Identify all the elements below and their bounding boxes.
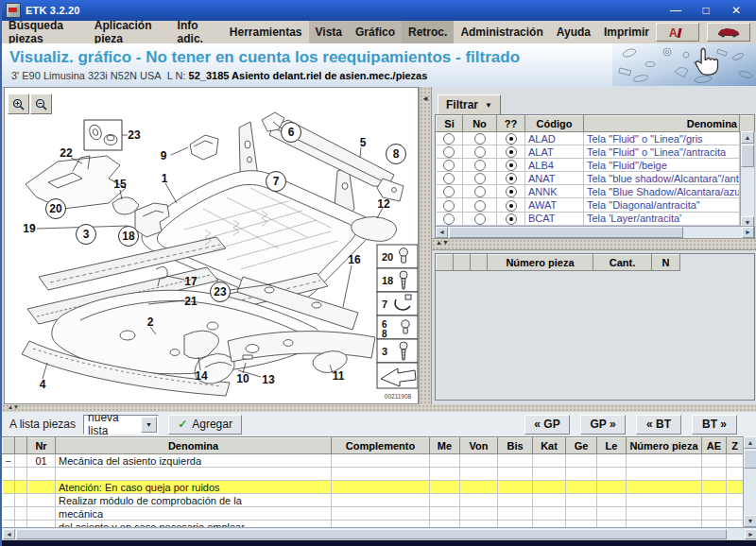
bt-col-von[interactable]: Von xyxy=(460,438,498,454)
parts-col-numero[interactable]: Número pieza xyxy=(488,255,593,271)
radio-unknown[interactable] xyxy=(506,133,517,145)
radio-si[interactable] xyxy=(443,133,455,145)
parts-col-cant[interactable]: Cant. xyxy=(593,255,652,271)
prev-bt-button[interactable]: « BT xyxy=(636,415,681,435)
parts-col-n[interactable]: N xyxy=(652,255,680,271)
menu-ayuda[interactable]: Ayuda xyxy=(550,21,597,43)
bt-col-z[interactable]: Z xyxy=(727,438,744,454)
menu-info-adic[interactable]: Info adic. xyxy=(171,21,223,43)
bottom-table-row[interactable]: Realizar módulo de comprobación de la xyxy=(3,494,744,507)
radio-unknown[interactable] xyxy=(506,173,517,184)
bt-col-kat[interactable]: Kat xyxy=(533,438,566,454)
radio-no[interactable] xyxy=(474,133,486,145)
filter-row[interactable]: BCATTela 'Layer/antracita' xyxy=(437,212,755,225)
bottom-hscroll-thumb[interactable] xyxy=(16,529,727,539)
radio-si[interactable] xyxy=(443,160,455,171)
menu-vista[interactable]: Vista xyxy=(309,21,349,43)
scroll-right-icon[interactable]: ► xyxy=(742,227,754,238)
menu-imprimir[interactable]: Imprimir xyxy=(597,21,656,43)
scroll-left-icon[interactable]: ◄ xyxy=(436,227,448,238)
bottom-vscroll-thumb[interactable] xyxy=(744,450,756,469)
filtrar-button[interactable]: Filtrar ▼ xyxy=(438,94,501,115)
bottom-hscrollbar[interactable]: ◄ ► xyxy=(2,527,756,539)
bt-col-denomina[interactable]: Denomina xyxy=(56,438,332,454)
col-unknown[interactable]: ?? xyxy=(497,116,525,132)
col-si[interactable]: Si xyxy=(437,116,463,132)
close-button[interactable]: ✕ xyxy=(728,4,745,17)
radio-unknown[interactable] xyxy=(506,200,517,212)
bt-col-complemento[interactable]: Complemento xyxy=(332,438,430,454)
splitter-arrows-icon[interactable]: ▲▼ xyxy=(436,239,449,246)
radio-si[interactable] xyxy=(443,200,455,212)
radio-no[interactable] xyxy=(474,186,486,197)
bt-col-ge[interactable]: Ge xyxy=(566,438,597,454)
menu-busqueda-piezas[interactable]: Búsqueda piezas xyxy=(2,21,88,43)
bt-col-nr[interactable]: Nr xyxy=(27,438,56,454)
selected-parts-table: Número pieza Cant. N xyxy=(435,253,755,401)
radio-si[interactable] xyxy=(443,173,455,184)
bt-col-le[interactable]: Le xyxy=(597,438,627,454)
bottom-table-row[interactable]: Atención: En caso queja por ruidos xyxy=(3,481,744,494)
bt-col-ae[interactable]: AE xyxy=(702,438,727,454)
splitter-arrows-icon[interactable]: ▲▼ xyxy=(8,404,19,410)
radio-no[interactable] xyxy=(474,213,486,225)
agregar-button[interactable]: ✓ Agregar xyxy=(168,415,242,435)
zoom-in-button[interactable] xyxy=(8,94,29,114)
bt-col-me[interactable]: Me xyxy=(430,438,460,454)
scroll-down-icon[interactable]: ▼ xyxy=(744,515,756,527)
list-select[interactable]: nueva lista ▼ xyxy=(83,415,159,435)
filter-table-body: ALADTela "Fluid" o "Linea"/grisALATTela … xyxy=(437,132,755,226)
radio-si[interactable] xyxy=(443,146,455,158)
next-gp-button[interactable]: GP » xyxy=(580,415,626,435)
parts-info-a-button[interactable]: A xyxy=(656,23,699,42)
bt-col-bis[interactable]: Bis xyxy=(498,438,533,454)
scroll-left-icon[interactable]: ◄ xyxy=(3,529,15,539)
splitter-collapse-icon[interactable]: ◄ xyxy=(421,94,429,103)
filter-row[interactable]: ALADTela "Fluid" o "Linea"/gris xyxy=(437,132,755,145)
filter-row[interactable]: ANNKTela "Blue Shadow/Alcantara/azul a xyxy=(437,185,755,198)
filter-hscroll-thumb[interactable] xyxy=(449,227,683,238)
radio-no[interactable] xyxy=(474,160,486,171)
scroll-right-icon[interactable]: ► xyxy=(745,529,756,539)
zoom-out-button[interactable] xyxy=(30,94,52,114)
vertical-splitter[interactable]: ◄ xyxy=(419,87,432,404)
radio-si[interactable] xyxy=(443,213,455,225)
prev-gp-button[interactable]: « GP xyxy=(524,415,570,435)
bt-col-numero-pieza[interactable]: Número pieza xyxy=(627,438,702,454)
maximize-button[interactable]: □ xyxy=(697,4,714,17)
radio-si[interactable] xyxy=(443,186,455,197)
menu-herramientas[interactable]: Herramientas xyxy=(223,21,309,43)
filter-row[interactable]: AWATTela "Diagonal/antracita" xyxy=(437,198,755,212)
scroll-up-icon[interactable]: ▲ xyxy=(744,436,756,449)
col-denomina[interactable]: Denomina xyxy=(584,116,740,132)
radio-unknown[interactable] xyxy=(506,186,517,197)
vehicle-button[interactable] xyxy=(707,23,750,42)
bottom-table-row[interactable] xyxy=(3,468,744,481)
col-no[interactable]: No xyxy=(463,116,497,132)
filter-row[interactable]: ALB4Tela "Fluid"/beige xyxy=(437,159,755,172)
menu-aplicacion-pieza[interactable]: Aplicación pieza xyxy=(88,21,171,43)
radio-no[interactable] xyxy=(474,146,486,158)
filter-vscroll-thumb[interactable] xyxy=(741,145,754,167)
filter-row[interactable]: ANATTela "blue shadow/Alcantara"/antra xyxy=(437,172,755,185)
radio-unknown[interactable] xyxy=(506,160,517,171)
radio-no[interactable] xyxy=(474,173,486,184)
minimize-button[interactable]: — xyxy=(667,4,684,17)
radio-no[interactable] xyxy=(474,200,486,212)
menu-administracion[interactable]: Administración xyxy=(454,21,549,43)
filter-row[interactable]: ALATTela "Fluid" o "Linea"/antracita xyxy=(437,145,755,159)
bottom-table-row[interactable]: mecánica xyxy=(3,507,744,520)
bottom-vscrollbar[interactable]: ▲ ▼ xyxy=(743,436,756,527)
radio-unknown[interactable] xyxy=(506,146,517,158)
col-codigo[interactable]: Código xyxy=(525,116,584,132)
bottom-table-row[interactable]: −01Mecánica del asiento izquierda xyxy=(3,454,744,468)
next-bt-button[interactable]: BT » xyxy=(692,415,737,435)
menu-grafico[interactable]: Gráfico xyxy=(349,21,402,43)
chevron-down-icon[interactable]: ▼ xyxy=(141,417,157,433)
right-horizontal-splitter[interactable]: ▲▼ xyxy=(432,238,756,250)
filter-vscrollbar[interactable]: ▲ ▼ xyxy=(740,131,754,229)
radio-unknown[interactable] xyxy=(506,213,517,225)
menu-retroc[interactable]: Retroc. xyxy=(402,21,454,43)
scroll-up-icon[interactable]: ▲ xyxy=(741,131,754,144)
filter-hscrollbar[interactable]: ◄ ► xyxy=(436,226,754,238)
